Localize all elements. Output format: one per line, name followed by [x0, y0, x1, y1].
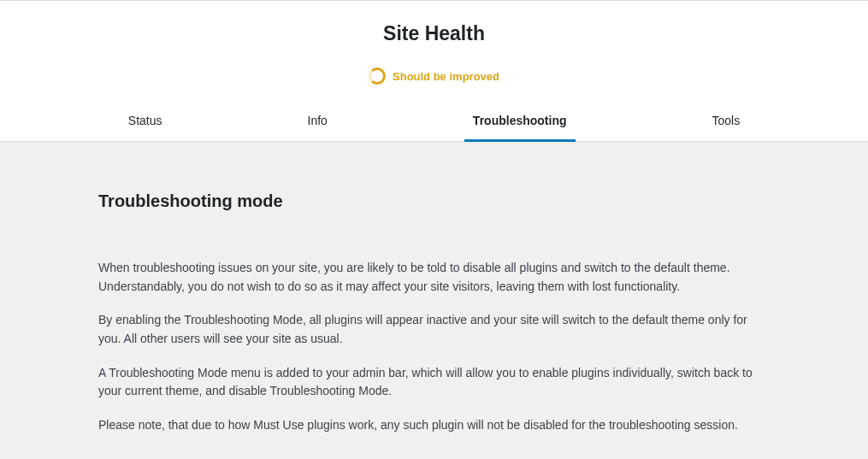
header-region: Site Health Should be improved Status In… — [0, 0, 868, 142]
paragraph: By enabling the Troubleshooting Mode, al… — [98, 311, 770, 348]
tab-tools[interactable]: Tools — [704, 103, 749, 142]
section-title: Troubleshooting mode — [98, 191, 770, 211]
tab-info[interactable]: Info — [299, 103, 336, 142]
status-label: Should be improved — [393, 70, 499, 83]
page-title: Site Health — [0, 14, 868, 52]
content-region: Troubleshooting mode When troubleshootin… — [0, 142, 868, 459]
paragraph: When troubleshooting issues on your site… — [98, 259, 770, 296]
button-row: Enable Troubleshooting Mode — [98, 450, 770, 459]
paragraph: Please note, that due to how Must Use pl… — [98, 416, 770, 435]
tab-status[interactable]: Status — [120, 103, 171, 142]
health-status: Should be improved — [0, 52, 868, 103]
status-spinner-icon — [369, 68, 386, 85]
paragraph: A Troubleshooting Mode menu is added to … — [98, 364, 770, 401]
tab-troubleshooting[interactable]: Troubleshooting — [464, 103, 576, 142]
tabs-nav: Status Info Troubleshooting Tools — [0, 103, 868, 141]
